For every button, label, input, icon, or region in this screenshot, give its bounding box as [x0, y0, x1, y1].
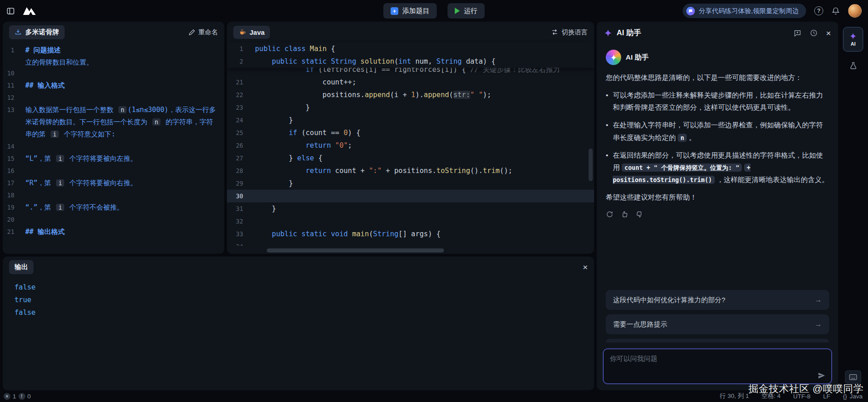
suggestion-pill[interactable]: 这段代码中如何优化计算推力的部分?→ — [606, 290, 829, 310]
vertical-scrollbar[interactable] — [589, 149, 593, 181]
ai-input-box[interactable] — [603, 349, 832, 384]
line-number: 2 — [227, 55, 255, 68]
line-number: 12 — [3, 92, 25, 104]
problem-line[interactable]: 15“L”，第 i 个字符将要被向左推。 — [3, 153, 224, 165]
code-line[interactable]: 33 public static void main(String[] args… — [227, 228, 594, 240]
code-line[interactable]: 30 — [227, 190, 594, 202]
eol-setting[interactable]: LF — [823, 393, 830, 400]
code-line-clipped[interactable]: if (leftForces[i] == rightForces[i]) { /… — [227, 68, 594, 76]
horizontal-scrollbar[interactable] — [267, 248, 444, 252]
code-line[interactable]: 28 return count + ":" + positions.toStri… — [227, 164, 594, 177]
java-icon — [239, 28, 246, 36]
problem-line[interactable]: 20 — [3, 214, 224, 226]
code-line[interactable]: 23 } — [227, 101, 594, 114]
inline-code: n — [678, 134, 687, 142]
ai-sender-name: AI 助手 — [626, 53, 649, 62]
line-text — [255, 190, 594, 202]
help-icon[interactable]: ? — [814, 6, 823, 15]
thumbs-up-icon[interactable] — [621, 210, 628, 218]
code-line[interactable]: 25 if (count == 0) { — [227, 126, 594, 139]
line-number: 17 — [3, 177, 25, 189]
suggestion-pill-partial[interactable] — [606, 339, 829, 342]
problem-line[interactable]: 10 — [3, 67, 224, 79]
editor-body[interactable]: 1public class Main {2 public static Stri… — [227, 42, 594, 254]
line-number: 15 — [3, 153, 25, 165]
new-chat-icon[interactable] — [793, 29, 802, 37]
flask-icon[interactable] — [849, 61, 858, 70]
code-line[interactable]: 21 count++; — [227, 76, 594, 89]
code-line[interactable]: 24 } — [227, 114, 594, 126]
line-text: “R”，第 i 个字符将要被向右推。 — [25, 177, 224, 189]
problem-line[interactable]: 12 — [3, 92, 224, 104]
code-line-sticky[interactable]: 1public class Main { — [227, 42, 594, 55]
problem-line[interactable]: 立的骨牌数目和位置。 — [3, 56, 224, 67]
line-text: if (leftForces[i] == rightForces[i]) { /… — [255, 68, 594, 76]
line-text: } — [255, 202, 594, 215]
line-number: 29 — [227, 177, 255, 190]
indent-setting[interactable]: 空格: 4 — [761, 392, 780, 400]
problem-line[interactable]: 16 — [3, 165, 224, 177]
keyboard-icon[interactable] — [845, 370, 861, 384]
output-panel: 输出 × falsetruefalse — [3, 257, 594, 390]
problem-line[interactable]: 17“R”，第 i 个字符将要被向右推。 — [3, 177, 224, 189]
problems-badge[interactable]: × 1 ! 0 — [4, 393, 31, 400]
send-icon[interactable] — [817, 371, 826, 380]
ai-close-icon[interactable]: × — [826, 29, 831, 37]
switch-language-button[interactable]: 切换语言 — [551, 28, 588, 37]
suggestion-pill[interactable]: 需要一点思路提示→ — [606, 314, 829, 334]
problem-title: 多米诺骨牌 — [25, 28, 59, 37]
problem-line[interactable]: 11## 输入格式 — [3, 79, 224, 92]
ai-input[interactable] — [604, 349, 831, 383]
code-line[interactable]: 26 return "0"; — [227, 139, 594, 152]
output-close-icon[interactable]: × — [583, 263, 588, 271]
history-icon[interactable] — [810, 29, 818, 37]
code-line[interactable]: 31 } — [227, 202, 594, 215]
problem-line[interactable]: 14 — [3, 140, 224, 153]
thumbs-down-icon[interactable] — [636, 210, 643, 218]
app-root: + 添加题目 运行 分享代码练习体验,领限量定制周边 ? — [0, 0, 868, 402]
suggestion-label: 需要一点思路提示 — [613, 320, 809, 329]
user-avatar[interactable] — [848, 4, 862, 18]
sidebar-toggle-icon[interactable] — [6, 7, 15, 15]
code-line[interactable]: 29 } — [227, 177, 594, 190]
problem-title-chip[interactable]: 多米诺骨牌 — [9, 25, 65, 39]
inline-code: n — [152, 118, 160, 126]
ai-panel-title: AI 助手 — [617, 28, 641, 38]
code-line[interactable]: 32 — [227, 215, 594, 228]
code-line[interactable]: 27 } else { — [227, 152, 594, 164]
problem-line[interactable]: 19“.”，第 i 个字符不会被推。 — [3, 201, 224, 214]
inline-code: n — [118, 106, 127, 113]
cursor-position[interactable]: 行 30, 列 1 — [720, 392, 749, 400]
encoding[interactable]: UTF-8 — [793, 393, 810, 400]
code-line[interactable]: 22 positions.append(i + 1).append(str:" … — [227, 89, 594, 101]
language-chip[interactable]: Java — [233, 26, 270, 39]
bullet-marker: • — [606, 119, 608, 143]
language-mode[interactable]: {} Java — [843, 393, 863, 400]
ai-bullet: •可以考虑添加一些注释来解释关键步骤的作用，比如在计算左右推力和判断骨牌是否竖立… — [606, 89, 829, 113]
promo-banner[interactable]: 分享代码练习体验,领限量定制周边 — [683, 4, 806, 18]
line-text: “L”，第 i 个字符将要被向左推。 — [25, 153, 224, 165]
play-icon — [455, 8, 460, 14]
code-line[interactable]: 34 — [227, 240, 594, 246]
notification-bell-icon[interactable] — [831, 7, 840, 15]
problem-line[interactable]: 21## 输出格式 — [3, 226, 224, 238]
add-problem-button[interactable]: + 添加题目 — [383, 3, 437, 19]
line-number: 16 — [3, 165, 25, 177]
problem-line[interactable]: 18 — [3, 189, 224, 201]
regenerate-icon[interactable] — [606, 210, 613, 218]
problem-line[interactable]: 1# 问题描述 — [3, 44, 224, 56]
problem-line[interactable]: 13输入数据第一行包括一个整数 n(1≤n≤3000)，表示这一行多米诺骨牌的数… — [3, 104, 224, 140]
line-number: 13 — [3, 104, 25, 140]
line-number: 32 — [227, 215, 255, 228]
ai-assistant-toggle[interactable]: AI — [843, 27, 863, 51]
code-line-sticky[interactable]: 2 public static String solution(int num,… — [227, 55, 594, 68]
run-label: 运行 — [464, 7, 477, 15]
rename-button[interactable]: 重命名 — [189, 28, 218, 37]
line-text: public static void main(String[] args) { — [255, 228, 594, 240]
ai-message-actions — [606, 210, 829, 218]
run-button[interactable]: 运行 — [448, 3, 485, 19]
line-number: 34 — [227, 240, 255, 246]
bullet-marker: • — [606, 89, 608, 113]
problem-panel: 多米诺骨牌 重命名 1# 问题描述立的骨牌数目和位置。1011## 输入格式12… — [3, 22, 224, 254]
status-right: 行 30, 列 1 空格: 4 UTF-8 LF {} Java — [720, 392, 863, 400]
